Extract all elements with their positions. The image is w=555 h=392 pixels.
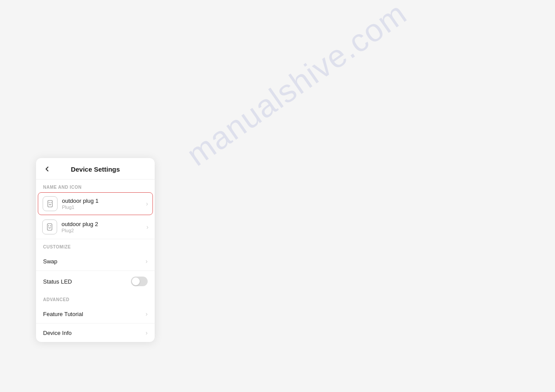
back-button[interactable] — [43, 165, 51, 173]
plug1-icon — [46, 200, 54, 208]
status-led-label: Status LED — [43, 278, 131, 285]
customize-label: CUSTOMIZE — [36, 239, 155, 252]
svg-rect-0 — [48, 201, 53, 207]
plug2-name: outdoor plug 2 — [62, 221, 146, 227]
swap-label: Swap — [43, 258, 145, 265]
watermark: manualshive.com — [180, 0, 414, 173]
name-and-icon-label: NAME AND ICON — [36, 180, 155, 192]
advanced-section: ADVANCED Feature Tutorial › Device Info … — [36, 292, 155, 342]
feature-tutorial-item[interactable]: Feature Tutorial › — [36, 305, 155, 324]
device-item-plug2[interactable]: outdoor plug 2 Plug2 › — [36, 215, 155, 239]
status-led-toggle[interactable] — [131, 277, 148, 286]
svg-rect-3 — [47, 224, 52, 230]
plug2-sub: Plug2 — [62, 228, 146, 233]
back-icon — [43, 165, 51, 173]
customize-section: CUSTOMIZE Swap › Status LED — [36, 239, 155, 292]
plug1-icon-box — [43, 196, 58, 211]
swap-item[interactable]: Swap › — [36, 252, 155, 271]
panel-header: Device Settings — [36, 158, 155, 180]
device-info-chevron-icon: › — [145, 329, 148, 336]
plug2-icon — [46, 223, 54, 231]
panel-title: Device Settings — [51, 165, 140, 173]
plug2-chevron-icon: › — [146, 223, 149, 230]
plug2-icon-box — [42, 219, 57, 234]
feature-tutorial-label: Feature Tutorial — [43, 311, 145, 317]
device-settings-panel: Device Settings NAME AND ICON outdoor pl… — [36, 158, 155, 342]
feature-tutorial-chevron-icon: › — [145, 310, 148, 317]
status-led-item[interactable]: Status LED — [36, 271, 155, 292]
advanced-label: ADVANCED — [36, 292, 155, 305]
plug1-name: outdoor plug 1 — [62, 198, 146, 204]
plug1-sub: Plug1 — [62, 205, 146, 210]
device-info-item[interactable]: Device Info › — [36, 324, 155, 342]
plug1-info: outdoor plug 1 Plug1 — [62, 198, 146, 210]
swap-chevron-icon: › — [145, 258, 148, 265]
device-item-plug1[interactable]: outdoor plug 1 Plug1 › — [38, 192, 153, 215]
plug1-chevron-icon: › — [146, 200, 148, 207]
plug2-info: outdoor plug 2 Plug2 — [62, 221, 146, 233]
name-and-icon-section: NAME AND ICON outdoor plug 1 Plug1 › — [36, 180, 155, 239]
device-info-label: Device Info — [43, 330, 145, 336]
